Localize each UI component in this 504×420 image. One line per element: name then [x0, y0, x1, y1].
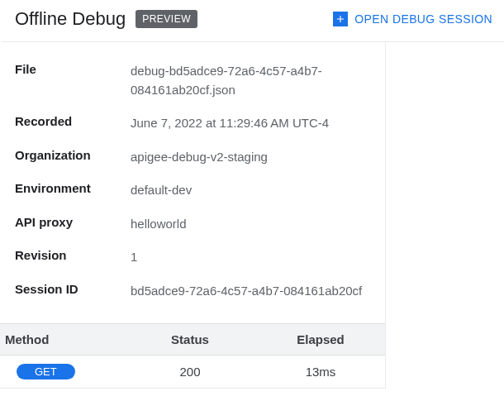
- detail-row-session-id: Session ID bd5adce9-72a6-4c57-a4b7-08416…: [15, 282, 370, 301]
- file-value: debug-bd5adce9-72a6-4c57-a4b7-084161ab20…: [131, 62, 370, 99]
- revision-label: Revision: [15, 248, 131, 262]
- plus-icon: [333, 12, 348, 26]
- content-wrap: File debug-bd5adce9-72a6-4c57-a4b7-08416…: [0, 42, 504, 389]
- status-cell: 200: [124, 365, 256, 379]
- recorded-label: Recorded: [15, 114, 131, 128]
- table-row[interactable]: GET 200 13ms: [0, 356, 385, 389]
- column-header-method: Method: [0, 332, 124, 346]
- detail-row-api-proxy: API proxy helloworld: [15, 215, 370, 234]
- organization-value: apigee-debug-v2-staging: [131, 148, 370, 167]
- api-proxy-label: API proxy: [15, 215, 131, 229]
- column-header-status: Status: [124, 332, 256, 346]
- preview-badge: PREVIEW: [136, 10, 197, 28]
- page-header: Offline Debug PREVIEW OPEN DEBUG SESSION: [0, 0, 504, 41]
- column-header-elapsed: Elapsed: [256, 332, 385, 346]
- page-title: Offline Debug: [15, 8, 126, 30]
- detail-row-environment: Environment default-dev: [15, 181, 370, 200]
- organization-label: Organization: [15, 148, 131, 162]
- environment-label: Environment: [15, 181, 131, 195]
- header-left: Offline Debug PREVIEW: [15, 8, 197, 30]
- open-debug-session-button[interactable]: OPEN DEBUG SESSION: [333, 12, 492, 26]
- file-label: File: [15, 62, 131, 76]
- detail-row-recorded: Recorded June 7, 2022 at 11:29:46 AM UTC…: [15, 114, 370, 133]
- main-column: File debug-bd5adce9-72a6-4c57-a4b7-08416…: [0, 42, 386, 389]
- revision-value: 1: [131, 248, 370, 267]
- api-proxy-value: helloworld: [131, 215, 370, 234]
- method-cell: GET: [0, 364, 124, 379]
- recorded-value: June 7, 2022 at 11:29:46 AM UTC-4: [131, 114, 370, 133]
- open-debug-session-label: OPEN DEBUG SESSION: [354, 12, 492, 26]
- environment-value: default-dev: [131, 181, 370, 200]
- session-id-label: Session ID: [15, 282, 131, 296]
- elapsed-cell: 13ms: [256, 365, 385, 379]
- detail-row-revision: Revision 1: [15, 248, 370, 267]
- method-badge: GET: [17, 364, 75, 379]
- transactions-table-header: Method Status Elapsed: [0, 323, 385, 356]
- detail-row-organization: Organization apigee-debug-v2-staging: [15, 148, 370, 167]
- detail-row-file: File debug-bd5adce9-72a6-4c57-a4b7-08416…: [15, 62, 370, 99]
- session-id-value: bd5adce9-72a6-4c57-a4b7-084161ab20cf: [131, 282, 370, 301]
- session-details: File debug-bd5adce9-72a6-4c57-a4b7-08416…: [0, 42, 385, 323]
